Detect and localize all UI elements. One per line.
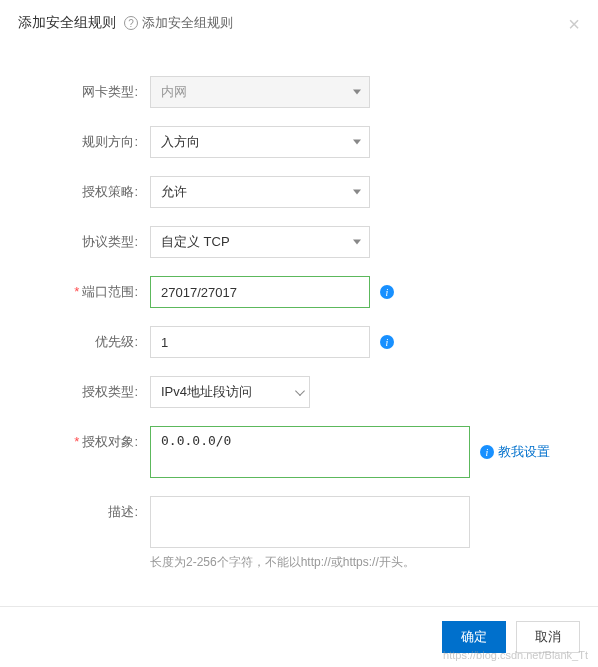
chevron-down-icon	[295, 386, 305, 396]
select-policy-value: 允许	[161, 183, 187, 201]
input-priority[interactable]	[150, 326, 370, 358]
label-description: 描述:	[20, 496, 150, 521]
help-link-teach-me[interactable]: i 教我设置	[480, 443, 550, 461]
modal-body: 网卡类型: 内网 规则方向: 入方向 授权策略: 允许	[0, 46, 598, 606]
description-hint: 长度为2-256个字符，不能以http://或https://开头。	[150, 554, 470, 571]
select-policy[interactable]: 允许	[150, 176, 370, 208]
modal-subtitle: 添加安全组规则	[142, 14, 233, 32]
label-nic-type: 网卡类型:	[20, 76, 150, 101]
modal-title: 添加安全组规则	[18, 14, 116, 32]
info-icon[interactable]: i	[380, 285, 394, 299]
chevron-down-icon	[353, 90, 361, 95]
select-auth-type-value: IPv4地址段访问	[161, 383, 252, 401]
select-auth-type[interactable]: IPv4地址段访问	[150, 376, 310, 408]
row-description: 描述: 长度为2-256个字符，不能以http://或https://开头。	[20, 496, 578, 571]
confirm-button[interactable]: 确定	[442, 621, 506, 653]
row-nic-type: 网卡类型: 内网	[20, 76, 578, 108]
help-link-text: 教我设置	[498, 443, 550, 461]
label-direction: 规则方向:	[20, 126, 150, 151]
label-port-range: 端口范围:	[20, 276, 150, 301]
row-policy: 授权策略: 允许	[20, 176, 578, 208]
modal-footer: 确定 取消	[0, 606, 598, 667]
info-icon[interactable]: i	[380, 335, 394, 349]
select-direction[interactable]: 入方向	[150, 126, 370, 158]
select-protocol-value: 自定义 TCP	[161, 233, 230, 251]
input-port-range[interactable]	[150, 276, 370, 308]
chevron-down-icon	[353, 240, 361, 245]
label-auth-object: 授权对象:	[20, 426, 150, 451]
help-icon[interactable]: ?	[124, 16, 138, 30]
textarea-description[interactable]	[150, 496, 470, 548]
select-nic-type-value: 内网	[161, 83, 187, 101]
security-rule-modal: 添加安全组规则 ? 添加安全组规则 × 网卡类型: 内网 规则方向: 入方向	[0, 0, 598, 667]
row-auth-type: 授权类型: IPv4地址段访问	[20, 376, 578, 408]
cancel-button[interactable]: 取消	[516, 621, 580, 653]
label-protocol: 协议类型:	[20, 226, 150, 251]
info-icon: i	[480, 445, 494, 459]
chevron-down-icon	[353, 190, 361, 195]
row-protocol: 协议类型: 自定义 TCP	[20, 226, 578, 258]
select-nic-type: 内网	[150, 76, 370, 108]
chevron-down-icon	[353, 140, 361, 145]
label-auth-type: 授权类型:	[20, 376, 150, 401]
label-priority: 优先级:	[20, 326, 150, 351]
row-direction: 规则方向: 入方向	[20, 126, 578, 158]
select-protocol[interactable]: 自定义 TCP	[150, 226, 370, 258]
textarea-auth-object[interactable]	[150, 426, 470, 478]
select-direction-value: 入方向	[161, 133, 200, 151]
close-icon[interactable]: ×	[568, 14, 580, 34]
row-priority: 优先级: i	[20, 326, 578, 358]
label-policy: 授权策略:	[20, 176, 150, 201]
modal-header: 添加安全组规则 ? 添加安全组规则 ×	[0, 0, 598, 46]
row-auth-object: 授权对象: i 教我设置	[20, 426, 578, 478]
row-port-range: 端口范围: i	[20, 276, 578, 308]
